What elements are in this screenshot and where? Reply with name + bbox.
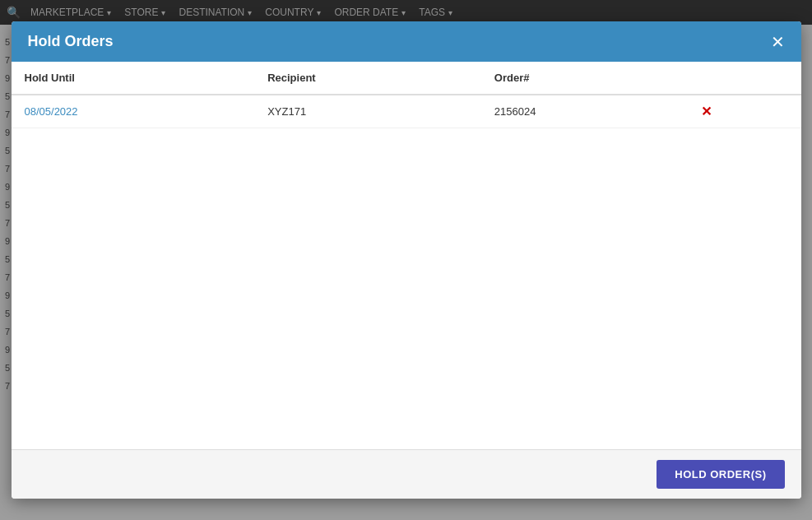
col-header-order-num: Order# [481,62,689,95]
remove-order-button[interactable]: ✕ [701,104,712,119]
col-header-recipient: Recipient [254,62,481,95]
cell-hold-until: 08/05/2022 [12,95,255,128]
col-header-remove [688,62,800,95]
hold-orders-modal: Hold Orders ✕ Hold Until Recipient Order… [12,21,801,499]
cell-remove: ✕ [688,95,800,128]
modal-header: Hold Orders ✕ [12,21,801,62]
modal-overlay: Hold Orders ✕ Hold Until Recipient Order… [0,0,812,520]
modal-body[interactable]: Hold Until Recipient Order# 08/05/2022 X… [12,62,801,449]
modal-footer: HOLD ORDER(S) [12,449,801,499]
table-row: 08/05/2022 XYZ171 2156024 ✕ [12,95,801,128]
cell-order-num: 2156024 [481,95,689,128]
hold-until-link[interactable]: 08/05/2022 [25,105,78,118]
modal-title: Hold Orders [28,33,114,50]
table-header-row: Hold Until Recipient Order# [12,62,801,95]
cell-recipient: XYZ171 [254,95,481,128]
modal-close-button[interactable]: ✕ [771,34,785,50]
col-header-hold-until: Hold Until [12,62,255,95]
hold-orders-button[interactable]: HOLD ORDER(S) [657,460,784,489]
orders-table: Hold Until Recipient Order# 08/05/2022 X… [12,62,801,128]
